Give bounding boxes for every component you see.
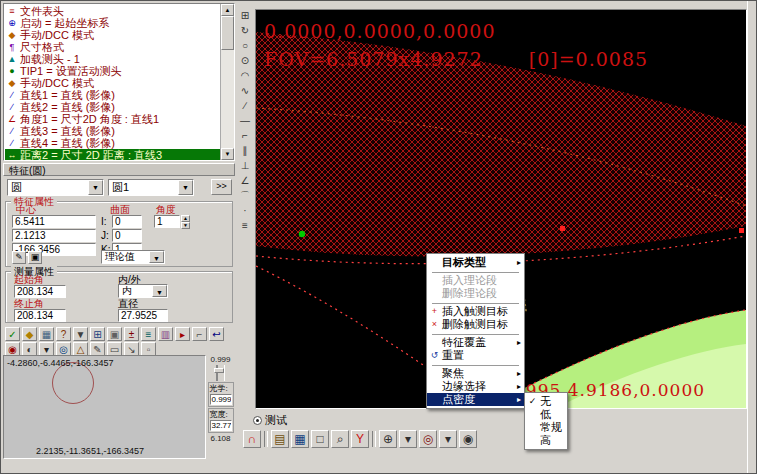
spin-up-icon[interactable]: ▲ (181, 215, 190, 222)
theo-value-select[interactable]: 理论值 ▼ (101, 250, 165, 264)
probe-mode-icon[interactable]: ∩ (243, 430, 261, 448)
tolerance-icon[interactable]: ± (124, 327, 139, 341)
grid-icon[interactable]: ⊞ (90, 327, 105, 341)
detail-icon[interactable]: ▫ (141, 342, 156, 356)
x-field[interactable]: 6.5411 (12, 215, 96, 228)
scroll-down-icon[interactable]: ▼ (221, 148, 234, 160)
chevron-down-icon[interactable]: ▼ (152, 285, 167, 297)
submenu-item[interactable]: 高 (525, 434, 567, 447)
flag-icon[interactable]: ▸ (175, 327, 190, 341)
ellipse-tool-icon[interactable]: ⊙ (237, 54, 253, 69)
tree-item[interactable]: ≡ 文件表头 (5, 5, 220, 17)
tree-item[interactable]: ¶ 尺寸格式 (5, 41, 220, 53)
submenu-item[interactable]: 无 (525, 395, 567, 408)
corner-tool-icon[interactable]: ⌐ (237, 129, 253, 144)
context-menu-item[interactable]: 边缘选择 (427, 380, 524, 393)
submenu-item[interactable]: 低 (525, 408, 567, 421)
wrench-icon[interactable]: ⌐ (192, 327, 207, 341)
tree-item[interactable]: ▲ 加载测头 - 1 (5, 53, 220, 65)
angle-tool-icon[interactable]: ∠ (237, 174, 253, 189)
view-grid-icon[interactable]: ⊞ (237, 9, 253, 24)
lock-button[interactable]: ▣ (28, 251, 42, 264)
layers-tool-icon[interactable]: ≡ (237, 219, 253, 234)
more-button[interactable]: >> (211, 179, 232, 195)
diameter-field[interactable]: 27.9525 (118, 309, 168, 322)
tree-item[interactable]: ◆ 手动/DCC 模式 (5, 77, 220, 89)
optics-value-field[interactable]: 0.999 (210, 394, 232, 405)
circle-tool-icon[interactable]: ○ (237, 39, 253, 54)
tree-item[interactable]: ⊕ 启动 = 起始坐标系 (5, 17, 220, 29)
context-menu-item[interactable]: 点密度 (427, 393, 524, 406)
tree-item[interactable]: ∕ 直线1 = 直线 (影像) (5, 89, 220, 101)
tree-scrollbar[interactable]: ▲ ▼ (220, 4, 234, 160)
chevron-down-icon[interactable]: ▾ (439, 430, 457, 448)
arc-tool-icon[interactable]: ◠ (237, 69, 253, 84)
scrollbar-track[interactable] (221, 50, 234, 148)
probe-target-icon[interactable]: ◎ (419, 430, 437, 448)
rect-icon[interactable]: ▭ (107, 342, 122, 356)
in-out-select[interactable]: 内 ▼ (118, 284, 168, 298)
feature-preview[interactable]: -4.2860,-6.4465,-166.3457 2.2135,-11.365… (3, 355, 206, 459)
crosshair-icon[interactable]: ◎ (56, 342, 71, 356)
chevron-down-icon[interactable]: ▼ (149, 251, 164, 263)
zoom-slider-handle[interactable] (214, 368, 224, 373)
tree-item[interactable]: ◆ 手动/DCC 模式 (5, 29, 220, 41)
report-window-icon[interactable]: ▤ (271, 430, 289, 448)
chevron-down-icon[interactable]: ▾ (399, 430, 417, 448)
context-menu-item[interactable]: ↺ 重置 (427, 349, 524, 362)
start-angle-field[interactable]: 208.134 (14, 285, 66, 298)
j-field[interactable]: 0 (112, 229, 142, 242)
camera-icon[interactable]: ▣ (107, 327, 122, 341)
feature-name-select[interactable]: 圆1 ▼ (108, 179, 194, 196)
palette-icon[interactable]: ▦ (39, 327, 54, 341)
i-field[interactable]: 0 (112, 215, 142, 228)
context-menu-item[interactable]: × 删除触测目标 (427, 318, 524, 331)
edit-theo-button[interactable]: ✎ (12, 251, 26, 264)
tree-item[interactable]: ∠ 角度1 = 尺寸2D 角度 : 直线1 (5, 113, 220, 125)
zoom-in-icon[interactable]: ⊕ (379, 430, 397, 448)
parallel-tool-icon[interactable]: ∥ (237, 144, 253, 159)
arrow-icon[interactable]: ↘ (124, 342, 139, 356)
pencil-icon[interactable]: ✎ (90, 342, 105, 356)
y-field[interactable]: 2.1213 (12, 229, 96, 242)
triangle-icon[interactable]: △ (73, 342, 88, 356)
width-value-field[interactable]: 32.778 (210, 420, 232, 431)
chart-icon[interactable]: ▥ (158, 327, 173, 341)
scroll-up-icon[interactable]: ▲ (221, 4, 234, 16)
dimension-icon[interactable]: ◆ (22, 327, 37, 341)
line-tool-icon[interactable]: ∕ (237, 99, 253, 114)
probe-drop-icon[interactable]: ▼ (73, 327, 88, 341)
chevron-down-icon[interactable]: ▾ (39, 342, 54, 356)
context-menu-item[interactable]: 特征覆盖 (427, 336, 524, 349)
layers-icon[interactable]: ≡ (141, 327, 156, 341)
tree-item[interactable]: ● TIP1 = 设置活动测头 (5, 65, 220, 77)
context-menu-item[interactable]: 聚焦 (427, 367, 524, 380)
graphic-window-icon[interactable]: □ (311, 430, 329, 448)
radio-icon[interactable] (253, 416, 262, 425)
magnifier-icon[interactable]: ⌕ (331, 430, 349, 448)
chevron-down-icon[interactable]: ▼ (88, 180, 103, 195)
rotate-view-icon[interactable]: ↻ (237, 24, 253, 39)
curve-tool-icon[interactable]: ∿ (237, 84, 253, 99)
confirm-icon[interactable]: ✓ (5, 327, 20, 341)
context-menu-item[interactable]: 目标类型 (427, 256, 524, 269)
record-point-icon[interactable]: ◉ (459, 430, 477, 448)
context-menu-item[interactable]: 删除理论段 (427, 287, 524, 300)
context-menu-item[interactable]: 插入理论段 (427, 274, 524, 287)
funnel-icon[interactable]: Y (351, 430, 369, 448)
hline-tool-icon[interactable]: — (237, 114, 253, 129)
tree-item[interactable]: ↔ 距离2 = 尺寸 2D 距离 : 直线3 (5, 149, 220, 161)
angle-field[interactable]: 1 (154, 215, 180, 228)
contrast-icon[interactable]: ◐ (22, 342, 37, 356)
target-circle-icon[interactable]: ◉ (5, 342, 20, 356)
tree-item[interactable]: ∕ 直线4 = 直线 (影像) (5, 137, 220, 149)
exit-icon[interactable]: ↩ (209, 327, 224, 341)
cad-window-icon[interactable]: ▦ (291, 430, 309, 448)
arc2-tool-icon[interactable]: ⌒ (237, 189, 253, 204)
perpendicular-tool-icon[interactable]: ⊥ (237, 159, 253, 174)
toolbar-icon[interactable] (263, 430, 269, 448)
zoom-help-icon[interactable]: ? (56, 327, 71, 341)
end-angle-field[interactable]: 208.134 (14, 309, 66, 322)
chevron-down-icon[interactable]: ▼ (178, 180, 193, 195)
test-option[interactable]: 测试 (253, 413, 287, 428)
